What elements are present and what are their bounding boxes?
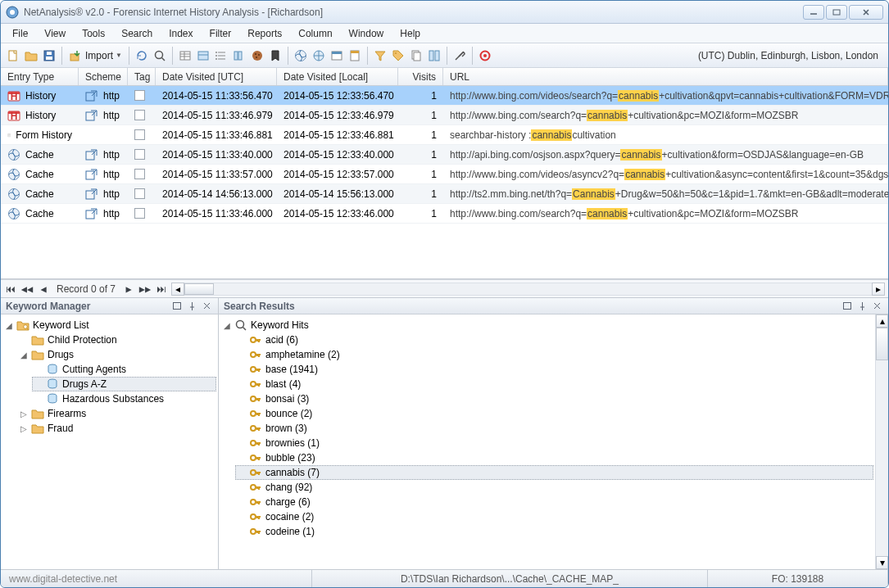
collapse-icon[interactable]: ◢ xyxy=(4,321,13,330)
columns-button[interactable] xyxy=(230,47,248,65)
col-date-local[interactable]: Date Visited [Local] xyxy=(277,68,398,85)
tag-checkbox[interactable] xyxy=(134,169,145,179)
tree-item[interactable]: ▷Firearms xyxy=(17,406,216,421)
panel-close-icon[interactable] xyxy=(200,301,213,312)
menu-search[interactable]: Search xyxy=(113,25,161,42)
menu-view[interactable]: View xyxy=(36,25,74,42)
col-scheme[interactable]: Scheme xyxy=(79,68,128,85)
save-button[interactable] xyxy=(40,47,58,65)
nav-first[interactable]: ⏮ xyxy=(4,283,17,296)
search-button[interactable] xyxy=(151,47,169,65)
menu-help[interactable]: Help xyxy=(392,25,429,42)
panel-close-icon[interactable] xyxy=(870,301,883,312)
menu-window[interactable]: Window xyxy=(341,25,392,42)
svg-rect-50 xyxy=(429,51,433,61)
menu-tools[interactable]: Tools xyxy=(74,25,113,42)
hits-root[interactable]: ◢Keyword Hits xyxy=(220,318,873,332)
hit-item[interactable]: base (1941) xyxy=(235,362,873,377)
close-button[interactable] xyxy=(849,5,883,20)
hit-item[interactable]: chang (92) xyxy=(235,480,873,495)
filter-button[interactable] xyxy=(371,47,389,65)
hit-item[interactable]: brown (3) xyxy=(235,421,873,436)
tree-item[interactable]: Child Protection xyxy=(17,332,216,347)
detail-button[interactable] xyxy=(194,47,212,65)
list-button[interactable] xyxy=(212,47,230,65)
expand-icon[interactable]: ▷ xyxy=(19,409,28,418)
collapse-icon[interactable]: ◢ xyxy=(19,351,28,360)
cookie-button[interactable] xyxy=(248,47,266,65)
minimize-button[interactable] xyxy=(803,5,824,20)
new-button[interactable] xyxy=(4,47,22,65)
tree-root[interactable]: ◢Keyword List xyxy=(2,318,216,332)
tree-item[interactable]: ◢Drugs xyxy=(17,347,216,362)
col-entry-type[interactable]: Entry Type xyxy=(1,68,79,85)
refresh-button[interactable] xyxy=(133,47,151,65)
table-row[interactable]: Historyhttp2014-05-15 11:33:46.9792014-0… xyxy=(1,106,888,125)
menu-index[interactable]: Index xyxy=(161,25,201,42)
nav-next[interactable]: ▶ xyxy=(122,283,135,296)
world-button[interactable] xyxy=(292,47,310,65)
col-date-utc[interactable]: Date Visited [UTC] xyxy=(156,68,277,85)
tag-checkbox[interactable] xyxy=(134,208,145,219)
hit-item[interactable]: amphetamine (2) xyxy=(235,347,873,362)
table-row[interactable]: Cachehttp2014-05-15 11:33:46.0002014-05-… xyxy=(1,204,888,224)
horizontal-scrollbar[interactable]: ◂▸ xyxy=(171,283,885,296)
layout-button[interactable] xyxy=(425,47,443,65)
menu-file[interactable]: File xyxy=(4,25,36,42)
tag-button[interactable] xyxy=(389,47,407,65)
tools-button[interactable] xyxy=(451,47,469,65)
globe2-button[interactable] xyxy=(310,47,328,65)
hit-item[interactable]: cocaine (2) xyxy=(235,509,873,524)
menu-reports[interactable]: Reports xyxy=(239,25,290,42)
tree-item[interactable]: Hazardous Substances xyxy=(32,391,216,406)
bookmark-button[interactable] xyxy=(266,47,284,65)
panel-window-icon[interactable] xyxy=(841,301,854,312)
maximize-button[interactable] xyxy=(826,5,847,20)
nav-last[interactable]: ⏭ xyxy=(155,283,168,296)
tag-checkbox[interactable] xyxy=(134,188,145,199)
open-button[interactable] xyxy=(22,47,40,65)
menu-column[interactable]: Column xyxy=(290,25,340,42)
copy-button[interactable] xyxy=(407,47,425,65)
col-tag[interactable]: Tag xyxy=(128,68,156,85)
tag-checkbox[interactable] xyxy=(134,110,145,120)
panel-window-icon[interactable] xyxy=(170,301,184,312)
table-row[interactable]: Cachehttp2014-05-15 11:33:40.0002014-05-… xyxy=(1,145,888,165)
tag-checkbox[interactable] xyxy=(134,149,145,160)
status-link[interactable]: www.digital-detective.net xyxy=(1,570,312,587)
window-button[interactable] xyxy=(328,47,346,65)
col-url[interactable]: URL xyxy=(443,68,888,85)
hit-item[interactable]: brownies (1) xyxy=(235,436,873,450)
table-row[interactable]: Cachehttp2014-05-14 14:56:13.0002014-05-… xyxy=(1,184,888,204)
table-row[interactable]: Form History2014-05-15 11:33:46.8812014-… xyxy=(1,125,888,145)
tree-item[interactable]: Cutting Agents xyxy=(32,362,216,377)
hit-item[interactable]: blast (4) xyxy=(235,377,873,391)
hit-item[interactable]: bonsai (3) xyxy=(235,391,873,406)
grid-button[interactable] xyxy=(176,47,194,65)
col-visits[interactable]: Visits xyxy=(398,68,443,85)
import-button[interactable]: Import ▼ xyxy=(66,47,125,65)
hit-item[interactable]: acid (6) xyxy=(235,332,873,347)
tag-checkbox[interactable] xyxy=(134,129,145,140)
hit-item[interactable]: bounce (2) xyxy=(235,406,873,421)
panel-pin-icon[interactable] xyxy=(855,301,869,312)
menu-filter[interactable]: Filter xyxy=(202,25,240,42)
stop-button[interactable] xyxy=(476,47,494,65)
collapse-icon[interactable]: ◢ xyxy=(222,321,231,330)
table-row[interactable]: Cachehttp2014-05-15 11:33:57.0002014-05-… xyxy=(1,165,888,184)
nav-next-page[interactable]: ▶▶ xyxy=(138,283,152,296)
report-button[interactable] xyxy=(346,47,364,65)
hit-item[interactable]: bubble (23) xyxy=(235,450,873,465)
panel-pin-icon[interactable] xyxy=(185,301,198,312)
hit-item[interactable]: codeine (1) xyxy=(235,524,873,539)
vertical-scrollbar[interactable]: ▴▾ xyxy=(875,314,888,569)
nav-prev[interactable]: ◀ xyxy=(37,283,50,296)
tree-item[interactable]: Drugs A-Z xyxy=(32,377,216,391)
table-row[interactable]: Historyhttp2014-05-15 11:33:56.4702014-0… xyxy=(1,86,888,106)
nav-prev-page[interactable]: ◀◀ xyxy=(20,283,34,296)
tag-checkbox[interactable] xyxy=(134,90,145,101)
hit-item[interactable]: charge (6) xyxy=(235,495,873,509)
hit-item[interactable]: cannabis (7) xyxy=(235,465,873,480)
expand-icon[interactable]: ▷ xyxy=(19,424,28,433)
tree-item[interactable]: ▷Fraud xyxy=(17,421,216,436)
